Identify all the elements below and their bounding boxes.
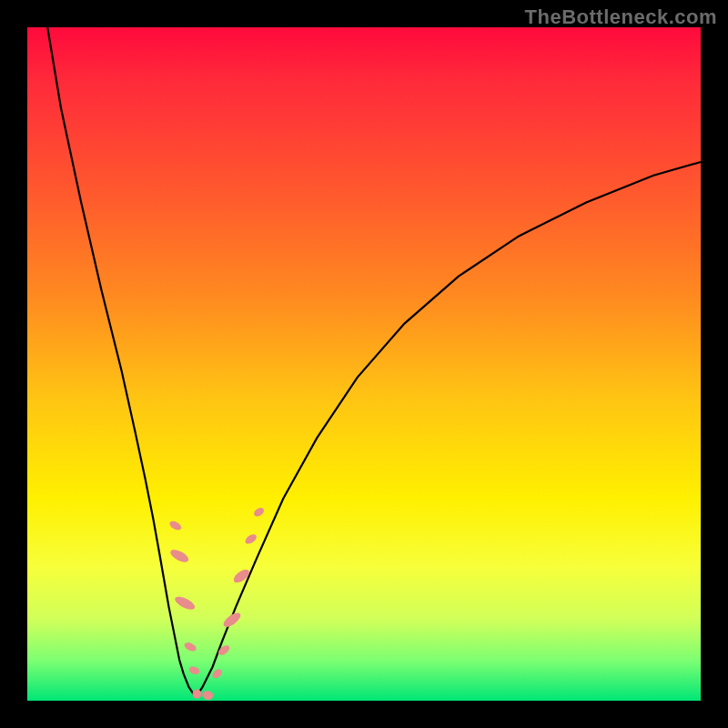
bead-marker bbox=[188, 665, 201, 676]
bead-marker bbox=[211, 667, 224, 680]
watermark-text: TheBottleneck.com bbox=[525, 5, 717, 29]
chart-svg bbox=[27, 27, 701, 701]
chart-frame: TheBottleneck.com bbox=[0, 0, 728, 728]
bead-marker bbox=[168, 520, 183, 532]
series-group bbox=[47, 27, 701, 697]
bead-marker bbox=[244, 532, 258, 546]
bead-marker bbox=[183, 641, 197, 652]
bead-marker bbox=[173, 594, 197, 612]
bead-marker bbox=[221, 611, 243, 630]
bead-marker bbox=[168, 547, 190, 564]
left-branch-curve bbox=[47, 27, 196, 697]
right-branch-curve bbox=[196, 162, 701, 697]
bead-marker bbox=[192, 690, 201, 699]
bead-marker bbox=[202, 690, 215, 701]
bead-marker bbox=[252, 506, 265, 518]
